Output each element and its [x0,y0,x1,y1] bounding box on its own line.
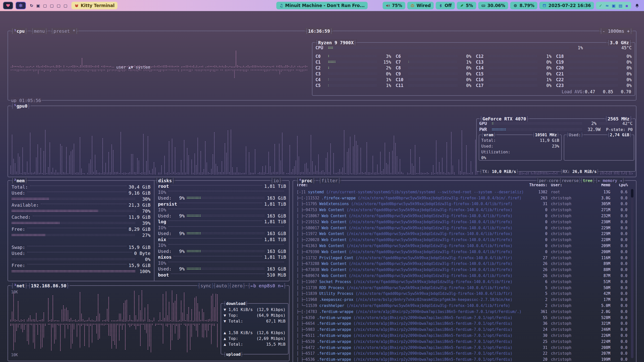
proc-row[interactable]: ├─[-]4783 .ferdium-wrappe (/nix/store/a1… [297,309,628,315]
cpu-details-box: ┤Ryzen 9 7900X├ ┤3.0 GHz├ CPU 1% 45°C C0… [312,42,635,96]
workspace-icon-3[interactable]: ▢ [43,3,47,8]
gpu-tx-rate: ┤TX: 10,0 MiB/s├ [479,168,519,175]
wave-icon[interactable]: ≈ [606,3,609,8]
update-interval-control[interactable]: ┤- 1000ms +├ [599,28,633,34]
memory-panel: ┤²mem├ Total:30,4 GiBUsed:9,16 GiB30%Ava… [8,180,290,281]
reverse-tab[interactable]: ┤reverse├ [559,177,582,184]
notifications-button[interactable] [633,3,641,8]
proc-row[interactable]: │ ├─11968 .keepassxc-prox (/nix/store/bs… [297,297,628,303]
proc-row[interactable]: │ ├─6517 .ferdium-wrappe (/nix/store/a1p… [297,351,628,357]
vram-frequency: ┤10501 MHz├ [532,131,560,138]
volume-widget[interactable]: 75% [383,2,405,9]
sort-selector[interactable]: ┤← memory →├ [595,177,625,184]
window-title: Kitty Terminal [81,3,114,8]
proc-row[interactable]: ├─[-]11532 .firefox-wrappe (/nix/store/f… [297,195,628,201]
mem-entry: Cached:11,9 GiB [12,214,150,220]
window-icon[interactable]: ▣ [612,3,616,8]
proc-row[interactable]: │ ├─673288 Web Content (/nix/store/fqadd… [297,261,628,267]
proc-row[interactable]: │ ├─41363 Web Content (/nix/store/fqadd0… [297,243,628,249]
core-C20: C200% [556,65,632,71]
proc-row[interactable]: │ ├─11839 Utility Process (/nix/store/fq… [297,291,628,297]
core-C23: C230% [556,83,632,88]
io-toggle-tab[interactable]: ┤io├ [270,177,282,184]
gpu-model: ┤GeForce RTX 4070├ [479,115,529,122]
proc-row[interactable]: │ ├─11972 Web Content (/nix/store/fqadd0… [297,231,628,237]
cpu-widget[interactable]: 8.79% [510,2,537,9]
net-stat-line: ▲ Top:(2,69 Mibps) [224,336,286,341]
proc-row[interactable]: │ ├─219152 Web Content (/nix/store/fqadd… [297,219,628,225]
core-C14: C140% [476,65,552,71]
filter-tab[interactable]: ┤filter├ [318,177,341,184]
proc-row[interactable]: │ ├─11739 RDD Process (/nix/store/fqadd0… [297,285,628,291]
proc-row[interactable]: │ ├─6350 .ferdium-wrappe (/nix/store/a1p… [297,315,628,321]
cpu-user-graph [11,36,309,67]
bluetooth-status: Off [445,3,452,8]
desktop: ❄ ↻▣▢▢▢▢ Kitty Terminal ♫ Minuit Machine… [0,0,644,362]
power-profile-widget[interactable]: 5% [457,2,476,9]
mem-entry: Free:15,9 GiB [12,262,150,268]
workspace-icon-1[interactable]: ↻ [30,3,33,8]
net-stat-line: ▼ Top:(64,9 Mibps) [224,312,286,318]
workspace-icon-5[interactable]: ▢ [57,3,61,8]
core-C2: C22% [315,65,391,71]
workspace-icon-4[interactable]: ▢ [50,3,54,8]
proc-row[interactable]: │ ├─6536 .ferdium-wrappe (/nix/store/a1p… [297,356,628,362]
gpu-details-box: ┤GeForce RTX 4070├ ┤2565 MHz├ GPU 2% 42°… [476,118,636,172]
active-window-chip[interactable]: Kitty Terminal [71,2,117,9]
proc-row[interactable]: [-]1 systemd (/run/current-system/system… [297,189,628,195]
mic-icon[interactable]: ▪ [625,3,628,8]
network-widget[interactable]: Wired [407,2,434,9]
mem-meter: 39% [12,220,150,226]
proc-row[interactable]: │ ├─11732 Privileged Cont (/nix/store/fq… [297,255,628,261]
proc-row[interactable]: │ ├─689674 Web Content (/nix/store/fqadd… [297,273,628,279]
workspace-icon-6[interactable]: ▢ [64,3,67,8]
nix-icon: ❄ [19,3,23,9]
auto-tab[interactable]: ┤auto├ [213,282,230,289]
proc-row[interactable]: │ ├─673038 Web Content (/nix/store/fqadd… [297,267,628,273]
proc-row[interactable]: │ ├─6520 .ferdium-wrappe (/nix/store/a1p… [297,339,628,345]
proc-row[interactable]: │ ├─11607 Socket Process (/nix/store/fqa… [297,279,628,285]
proc-row[interactable]: │ ├─6511 .ferdium-wrappe (/nix/store/a1p… [297,333,628,339]
launcher-button[interactable] [3,2,13,9]
proc-row[interactable]: │ ├─5983 .ferdium-wrappe (/nix/store/a1p… [297,327,628,333]
bluetooth-widget[interactable]: Off [436,2,455,9]
heart-icon [6,3,10,8]
check-icon[interactable]: ✓ [599,3,602,8]
display-icon[interactable]: ▤ [619,3,622,8]
memory-usage: 30.06% [488,3,505,8]
proc-row[interactable]: │ ├─479390 Web Content (/nix/store/fqadd… [297,249,628,255]
workspace-icon-2[interactable]: ▣ [36,3,40,8]
network-panel-title[interactable]: ┤³net├ [11,282,28,289]
proc-row[interactable]: │ ├─218067 Web Content (/nix/store/fqadd… [297,213,628,219]
cpu-panel-title[interactable]: ┤¹cpu├ [11,28,28,34]
core-grid: C03%C115%C22%C30%C41%C51%C60%C71%C80%C90… [315,53,632,88]
proc-row[interactable]: │ ├─580017 Web Content (/nix/store/fqadd… [297,225,628,231]
interface-selector[interactable]: ┤←b enp8s0 n→├ [247,282,287,289]
process-scrollbar[interactable] [631,189,633,358]
menu-button[interactable]: ┤menu├ [31,28,48,34]
gpu-panel-title[interactable]: ┤⁵gpu0├ [11,103,31,109]
media-widget[interactable]: ♫ Minuit Machine - Don't Run Fro... [276,2,368,9]
clock-widget[interactable]: 2025-07-22 16:36 [539,2,594,9]
per-core-tab[interactable]: ┤per-core├ [536,177,561,184]
proc-row[interactable]: │ ├─11795 WebExtensions (/nix/store/fqad… [297,201,628,207]
memory-widget[interactable]: 30.06% [478,2,508,9]
zero-tab[interactable]: ┤zero├ [228,282,246,289]
tree-tab[interactable]: ┤tree├ [580,177,595,184]
sync-tab[interactable]: ┤sync├ [197,282,215,289]
proc-row[interactable]: │ ├─6472 .ferdium-wrappe (/nix/store/a1p… [297,345,628,351]
proc-row[interactable]: │ ├─94753 Web Content (/nix/store/fqadd0… [297,207,628,213]
proc-row[interactable]: │ ├─220028 Web Content (/nix/store/fqadd… [297,237,628,243]
memory-panel-title[interactable]: ┤²mem├ [11,177,28,184]
vram-used-value: ┤2,74 GiB├ [607,131,632,138]
preset-button[interactable]: ┤preset *├ [50,28,78,34]
process-panel-title[interactable]: ┤⁴proc├ [296,177,316,184]
download-title: ┤download├ [223,300,248,307]
proc-row[interactable]: │ ├─6654 .ferdium-wrappe (/nix/store/a1p… [297,321,628,327]
gpu-pstate: P-state: P0 [602,127,633,132]
proc-row[interactable]: │ └─11539 crashhelper (/nix/store/fqadd0… [297,303,628,309]
nixos-button[interactable]: ❄ [16,2,26,9]
scrollbar-thumb[interactable] [631,189,633,198]
mem-meter: 30% [12,196,150,202]
vram-title: ┤vram├ [481,131,496,138]
